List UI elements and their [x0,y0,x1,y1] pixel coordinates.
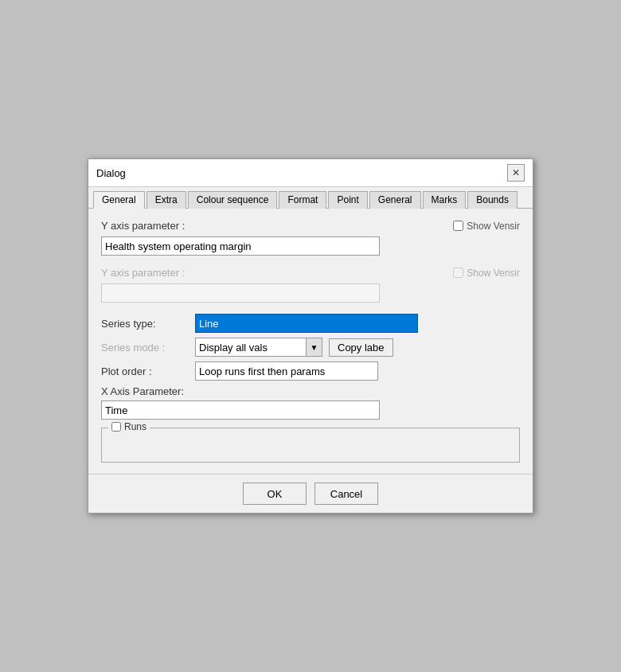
cancel-button[interactable]: Cancel [314,483,378,505]
plot-order-label: Plot order : [101,365,189,377]
show-vensim-wrapper2: Show Vensir [453,268,520,279]
close-button[interactable]: ✕ [507,164,525,182]
y-axis-row1: Y axis parameter : Show Vensir [101,220,520,232]
show-vensim-label1: Show Vensir [467,221,520,232]
tab-format[interactable]: Format [279,191,326,209]
tab-colour[interactable]: Colour sequence [188,191,278,209]
runs-checkbox[interactable] [111,422,121,432]
tab-point[interactable]: Point [328,191,367,209]
series-mode-dropdown[interactable]: Display all vals ▼ [195,338,322,357]
title-bar: Dialog ✕ [88,159,533,187]
runs-group: Runs [101,428,520,463]
tab-marks[interactable]: Marks [423,191,467,209]
y-axis-label1: Y axis parameter : [101,220,189,232]
show-vensim-label2: Show Vensir [467,268,520,279]
dialog-window: Dialog ✕ General Extra Colour sequence F… [88,158,533,514]
series-mode-row: Series mode : Display all vals ▼ Copy la… [101,338,520,357]
ok-button[interactable]: OK [243,483,307,505]
y-axis-label2: Y axis parameter : [101,267,189,279]
tab-general2[interactable]: General [369,191,421,209]
y-axis-input-row1 [101,236,520,256]
dialog-title: Dialog [96,167,126,179]
show-vensim-checkbox1[interactable] [453,221,463,231]
show-vensim-checkbox2[interactable] [453,268,463,278]
x-axis-input[interactable] [101,400,380,420]
y-axis-row2: Y axis parameter : Show Vensir [101,267,520,279]
series-mode-value: Display all vals [196,340,306,355]
y-axis-input2[interactable] [101,283,380,303]
plot-order-input[interactable] [195,361,378,381]
dialog-footer: OK Cancel [88,474,533,513]
dialog-content: Y axis parameter : Show Vensir Y axis pa… [88,209,533,474]
series-type-row: Series type: Line [101,314,520,333]
series-type-select[interactable]: Line [195,314,418,333]
runs-label: Runs [124,421,146,432]
y-axis-input-row2 [101,283,520,303]
series-mode-label: Series mode : [101,342,189,354]
plot-order-row: Plot order : [101,361,520,381]
tab-general1[interactable]: General [93,191,145,209]
x-axis-label: X Axis Parameter: [101,385,520,397]
tab-extra[interactable]: Extra [146,191,186,209]
series-mode-arrow[interactable]: ▼ [306,338,322,356]
copy-label-button[interactable]: Copy labe [329,338,393,357]
tab-bounds[interactable]: Bounds [467,191,518,209]
series-type-label: Series type: [101,318,189,330]
y-axis-input1[interactable] [101,236,380,256]
show-vensim-wrapper1: Show Vensir [453,221,520,232]
runs-legend: Runs [108,421,150,432]
tab-bar: General Extra Colour sequence Format Poi… [88,187,533,209]
runs-content [108,433,513,457]
x-axis-input-row [101,400,520,420]
